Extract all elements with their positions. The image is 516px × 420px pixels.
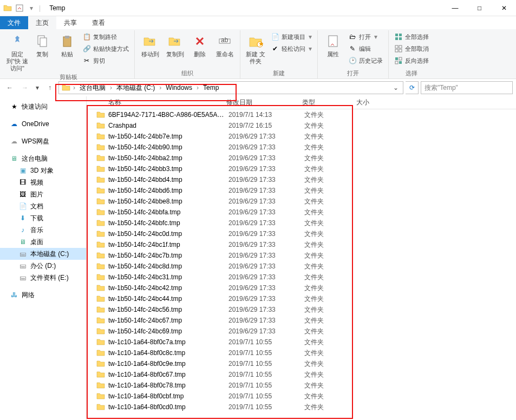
table-row[interactable]: tw-1c10-1a64-8bf0cd0.tmp2019/7/1 10:55文件… <box>87 402 516 412</box>
tab-home[interactable]: 主页 <box>28 16 56 29</box>
tree-downloads[interactable]: ⬇下载 <box>0 212 86 224</box>
pin-quickaccess-button[interactable]: 固定到"快 速访问" <box>5 30 29 72</box>
table-row[interactable]: tw-1b50-14fc-24bc56.tmp2019/6/29 17:33文件… <box>87 304 516 315</box>
table-row[interactable]: tw-1b50-14fc-24bc31.tmp2019/6/29 17:33文件… <box>87 272 516 283</box>
table-row[interactable]: tw-1b50-14fc-24bbb3.tmp2019/6/29 17:33文件… <box>87 163 516 174</box>
new-item-button[interactable]: 📄新建项目▾ <box>269 31 314 42</box>
copy-button[interactable]: 复制 <box>30 30 54 58</box>
select-none-button[interactable]: 全部取消 <box>392 43 431 54</box>
table-row[interactable]: tw-1b50-14fc-24bbe8.tmp2019/6/29 17:33文件… <box>87 196 516 207</box>
svg-rect-17 <box>399 49 402 52</box>
rename-button[interactable]: ab 重命名 <box>213 30 237 58</box>
paste-button[interactable]: 粘贴 <box>55 30 79 58</box>
table-row[interactable]: tw-1c10-1a64-8bf0c9e.tmp2019/7/1 10:55文件… <box>87 358 516 369</box>
tree-music[interactable]: ♪音乐 <box>0 224 86 236</box>
table-row[interactable]: tw-1c10-1a64-8bf0c7a.tmp2019/7/1 10:55文件… <box>87 337 516 347</box>
table-row[interactable]: tw-1b50-14fc-24bc42.tmp2019/6/29 17:33文件… <box>87 283 516 293</box>
tree-thispc[interactable]: 🖥这台电脑 <box>0 153 86 165</box>
breadcrumb-windows[interactable]: Windows <box>162 82 195 94</box>
table-row[interactable]: tw-1b50-14fc-24bc67.tmp2019/6/29 17:33文件… <box>87 315 516 326</box>
maximize-button[interactable]: □ <box>467 0 492 16</box>
recent-dropdown[interactable]: ▾ <box>34 81 41 94</box>
refresh-button[interactable]: ⟳ <box>406 81 419 94</box>
folder-icon <box>96 327 105 336</box>
table-row[interactable]: tw-1c10-1a64-8bf0c67.tmp2019/7/1 10:55文件… <box>87 369 516 380</box>
qat-dropdown-icon[interactable]: ▾ <box>27 4 36 12</box>
tree-quickaccess[interactable]: ★快速访问 <box>0 101 86 113</box>
table-row[interactable]: 6BF194A2-7171-4B8C-A986-0E5A5AE...2019/7… <box>87 109 516 120</box>
address-dropdown[interactable]: ⌄ <box>390 84 402 91</box>
breadcrumb-pc[interactable]: 这台电脑 <box>76 82 109 94</box>
tree-videos[interactable]: 🎞视频 <box>0 176 86 188</box>
table-row[interactable]: tw-1b50-14fc-24bb90.tmp2019/6/29 17:33文件… <box>87 142 516 153</box>
move-to-button[interactable]: 移动到 <box>138 30 162 58</box>
tree-edrive[interactable]: 🖴文件资料 (E:) <box>0 272 86 284</box>
tree-cdrive[interactable]: 🖴本地磁盘 (C:) <box>0 248 86 260</box>
search-input[interactable]: 搜索"Temp" <box>421 81 513 94</box>
chevron-right-icon[interactable]: › <box>110 84 112 91</box>
table-row[interactable]: tw-1b50-14fc-24bc0d.tmp2019/6/29 17:33文件… <box>87 228 516 239</box>
paste-shortcut-button[interactable]: 🔗粘贴快捷方式 <box>80 43 131 54</box>
up-button[interactable]: ↑ <box>43 81 56 94</box>
table-row[interactable]: tw-1b50-14fc-24bc44.tmp2019/6/29 17:33文件… <box>87 293 516 304</box>
table-row[interactable]: tw-1b50-14fc-24bc1f.tmp2019/6/29 17:33文件… <box>87 239 516 250</box>
table-row[interactable]: tw-1c10-1a64-8bf0c8c.tmp2019/7/1 10:55文件… <box>87 347 516 358</box>
easy-access-button[interactable]: ✔轻松访问▾ <box>269 43 314 54</box>
properties-button[interactable]: 属性 <box>321 30 345 58</box>
col-date[interactable]: 修改日期 <box>222 98 298 107</box>
tree-onedrive[interactable]: ☁OneDrive <box>0 118 86 130</box>
qat-properties-icon[interactable] <box>15 4 24 12</box>
file-type: 文件夹 <box>300 327 354 336</box>
table-row[interactable]: tw-1c10-1a64-8bf0cbf.tmp2019/7/1 10:55文件… <box>87 391 516 402</box>
col-name[interactable]: 名称 <box>87 98 222 107</box>
copy-to-button[interactable]: 复制到 <box>163 30 187 58</box>
easyaccess-icon: ✔ <box>271 44 279 53</box>
table-row[interactable]: tw-1b50-14fc-24bbd4.tmp2019/6/29 17:33文件… <box>87 174 516 185</box>
invert-selection-button[interactable]: 反向选择 <box>392 55 431 66</box>
tree-pictures[interactable]: 🖼图片 <box>0 188 86 200</box>
folder-icon <box>96 165 105 173</box>
svg-rect-11 <box>399 34 402 36</box>
tree-network[interactable]: 🖧网络 <box>0 289 86 301</box>
table-row[interactable]: tw-1b50-14fc-24bc69.tmp2019/6/29 17:33文件… <box>87 326 516 337</box>
copy-path-button[interactable]: 📋复制路径 <box>80 31 131 42</box>
tab-view[interactable]: 查看 <box>84 16 113 29</box>
tab-share[interactable]: 共享 <box>56 16 84 29</box>
minimize-button[interactable]: — <box>443 0 467 16</box>
select-all-button[interactable]: 全部选择 <box>392 31 431 42</box>
address-field[interactable]: › 这台电脑 › 本地磁盘 (C:) › Windows › Temp ⌄ <box>58 81 403 94</box>
table-row[interactable]: tw-1b50-14fc-24bbfc.tmp2019/6/29 17:33文件… <box>87 218 516 228</box>
col-type[interactable]: 类型 <box>298 98 352 107</box>
table-row[interactable]: tw-1b50-14fc-24bc8d.tmp2019/6/29 17:33文件… <box>87 261 516 272</box>
table-row[interactable]: tw-1b50-14fc-24bc7b.tmp2019/6/29 17:33文件… <box>87 250 516 261</box>
open-button[interactable]: 🗁打开▾ <box>346 31 385 42</box>
tab-file[interactable]: 文件 <box>0 16 28 29</box>
delete-button[interactable]: 删除 <box>188 30 212 58</box>
new-folder-button[interactable]: ★ 新建 文件夹 <box>244 30 267 65</box>
folder-icon <box>96 392 105 401</box>
chevron-right-icon[interactable]: › <box>159 84 161 91</box>
table-row[interactable]: tw-1b50-14fc-24bba2.tmp2019/6/29 17:33文件… <box>87 153 516 163</box>
tree-documents[interactable]: 📄文档 <box>0 200 86 212</box>
table-row[interactable]: tw-1b50-14fc-24bbd6.tmp2019/6/29 17:33文件… <box>87 185 516 196</box>
tree-wps[interactable]: ☁WPS网盘 <box>0 135 86 147</box>
col-size[interactable]: 大小 <box>352 98 395 107</box>
history-button[interactable]: 🕑历史记录 <box>346 55 385 66</box>
table-row[interactable]: tw-1b50-14fc-24bb7e.tmp2019/6/29 17:33文件… <box>87 131 516 142</box>
folder-icon <box>96 143 105 152</box>
tree-desktop[interactable]: 🖥桌面 <box>0 236 86 248</box>
cut-button[interactable]: ✂剪切 <box>80 55 131 66</box>
chevron-right-icon[interactable]: › <box>197 84 199 91</box>
tree-3dobjects[interactable]: ▣3D 对象 <box>0 165 86 176</box>
chevron-right-icon[interactable]: › <box>73 84 75 91</box>
edit-button[interactable]: ✎编辑 <box>346 43 385 54</box>
breadcrumb-cdrive[interactable]: 本地磁盘 (C:) <box>113 82 158 94</box>
table-row[interactable]: tw-1c10-1a64-8bf0c78.tmp2019/7/1 10:55文件… <box>87 380 516 391</box>
table-row[interactable]: Crashpad2019/7/2 16:15文件夹 <box>87 120 516 131</box>
tree-ddrive[interactable]: 🖴办公 (D:) <box>0 260 86 272</box>
breadcrumb-temp[interactable]: Temp <box>200 82 222 94</box>
close-button[interactable]: ✕ <box>492 0 516 16</box>
forward-button[interactable]: → <box>18 81 31 94</box>
back-button[interactable]: ← <box>3 81 16 94</box>
table-row[interactable]: tw-1b50-14fc-24bbfa.tmp2019/6/29 17:33文件… <box>87 207 516 218</box>
